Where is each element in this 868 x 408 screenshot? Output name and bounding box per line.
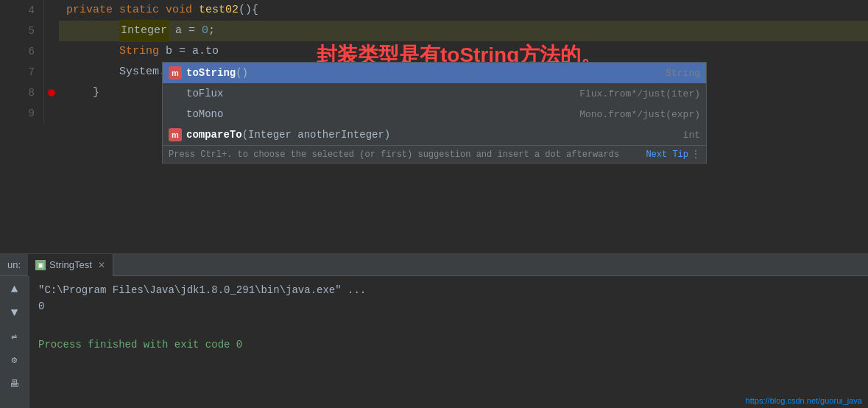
output-line-3	[38, 314, 859, 331]
wrap-lines-button[interactable]: ⇌	[4, 326, 25, 347]
line-number-8: 8	[0, 82, 44, 103]
run-tab-bar: un: ▣ StringTest ✕	[0, 254, 868, 276]
ide-container: 封装类型是有toString方法的。 4 private static void…	[0, 0, 868, 408]
item-name-rest-compareTo: (Integer anotherInteger)	[242, 129, 391, 141]
item-type-toMono: Mono.from*/just(expr)	[579, 109, 700, 120]
gutter-9	[44, 103, 59, 124]
gutter-5	[44, 21, 59, 41]
num-0: 0	[202, 21, 208, 41]
watermark: https://blog.csdn.net/guorui_java	[746, 396, 862, 405]
item-name-toFlux: toFlux	[186, 88, 574, 99]
indent-8	[66, 82, 93, 103]
line-content-5: Integer a = 0 ;	[59, 21, 868, 41]
scroll-down-button[interactable]: ▼	[4, 303, 25, 323]
tab-file-icon: ▣	[35, 260, 46, 270]
system-out: System	[119, 62, 159, 82]
line-number-6: 6	[0, 41, 44, 62]
var-a: a =	[169, 21, 202, 41]
code-line-4: 4 private static void test02 (){	[0, 0, 868, 21]
breakpoint-6	[48, 48, 55, 55]
kw-static: static	[119, 0, 166, 21]
semicolon-5: ;	[208, 21, 215, 41]
run-output: "C:\Program Files\Java\jdk1.8.0_291\bin\…	[29, 276, 868, 408]
autocomplete-item-compareTo[interactable]: m compareTo(Integer anotherInteger) int	[163, 124, 706, 145]
run-content: ▲ ▼ ⇌ ⚙ 🖶 "C:\Program Files\Java\jdk1.8.…	[0, 276, 868, 408]
output-line-1: "C:\Program Files\Java\jdk1.8.0_291\bin\…	[38, 282, 859, 298]
punct-paren: (){	[239, 0, 258, 21]
output-line-2: 0	[38, 298, 859, 314]
method-test02: test02	[199, 0, 239, 21]
var-b: b = a.to	[159, 41, 219, 62]
method-icon-toString: m	[169, 66, 182, 80]
autocomplete-item-toString[interactable]: m toString() String	[163, 63, 706, 83]
indent-7	[66, 62, 119, 82]
breakpoint-9	[48, 110, 55, 117]
line-number-7: 7	[0, 62, 44, 82]
method-icon-toFlux	[169, 87, 182, 100]
breakpoint-5	[48, 27, 55, 35]
item-name-compareTo: compareTo(Integer anotherInteger)	[186, 129, 677, 141]
kw-string: String	[119, 41, 159, 62]
autocomplete-dropdown: m toString() String toFlux Flux.from*/ju…	[162, 62, 707, 163]
line-content-4: private static void test02 (){	[59, 0, 868, 21]
kw-private: private	[66, 0, 119, 21]
line-number-5: 5	[0, 21, 44, 41]
editor-area: 封装类型是有toString方法的。 4 private static void…	[0, 0, 868, 253]
scroll-up-button[interactable]: ▲	[4, 279, 25, 300]
line-number-9: 9	[0, 103, 44, 124]
autocomplete-item-toFlux[interactable]: toFlux Flux.from*/just(iter)	[163, 83, 706, 104]
indent-5	[66, 21, 119, 41]
bottom-panel: un: ▣ StringTest ✕ ▲ ▼ ⇌ ⚙ 🖶 "C:\Program…	[0, 253, 868, 408]
next-tip-link[interactable]: Next Tip	[646, 150, 688, 160]
more-options-icon[interactable]: ⋮	[691, 149, 700, 160]
output-line-4: Process finished with exit code 0	[38, 337, 859, 353]
gutter-7	[44, 62, 59, 82]
gutter-6	[44, 41, 59, 62]
item-name-toMono: toMono	[186, 108, 574, 120]
item-name-rest-toString: ()	[236, 67, 248, 79]
item-name-text-toFlux: toFlux	[186, 88, 223, 99]
tab-name: StringTest	[49, 259, 92, 270]
line-number-4: 4	[0, 0, 44, 21]
item-name-toString: toString()	[186, 67, 660, 79]
run-sidebar: ▲ ▼ ⇌ ⚙ 🖶	[0, 276, 29, 408]
settings-button[interactable]: ⚙	[4, 350, 25, 370]
gutter-8	[44, 82, 59, 103]
item-name-bold-compareTo: compareTo	[186, 129, 242, 141]
breakpoint-4	[48, 7, 55, 14]
breakpoint-7	[48, 68, 55, 76]
method-icon-toMono	[169, 108, 182, 121]
item-type-toString: String	[666, 68, 700, 79]
hint-text: Press Ctrl+. to choose the selected (or …	[169, 150, 619, 160]
integer-highlight: Integer	[119, 20, 169, 42]
indent-6	[66, 41, 119, 62]
autocomplete-hint-bar: Press Ctrl+. to choose the selected (or …	[163, 145, 706, 163]
breakpoint-8	[48, 89, 55, 96]
item-type-compareTo: int	[683, 130, 700, 141]
code-line-5: 5 Integer a = 0 ;	[0, 21, 868, 41]
run-tab-stringtest[interactable]: ▣ StringTest ✕	[28, 254, 113, 276]
item-name-bold-toString: toString	[186, 67, 236, 79]
item-name-text-toMono: toMono	[186, 108, 223, 120]
brace-close: }	[93, 82, 99, 103]
print-button[interactable]: 🖶	[4, 373, 25, 394]
gutter-4	[44, 0, 59, 21]
kw-void: void	[166, 0, 199, 21]
run-label: un:	[0, 259, 28, 270]
autocomplete-item-toMono[interactable]: toMono Mono.from*/just(expr)	[163, 104, 706, 124]
method-icon-compareTo: m	[169, 128, 182, 141]
item-type-toFlux: Flux.from*/just(iter)	[579, 88, 700, 99]
tab-close-icon[interactable]: ✕	[98, 260, 105, 270]
